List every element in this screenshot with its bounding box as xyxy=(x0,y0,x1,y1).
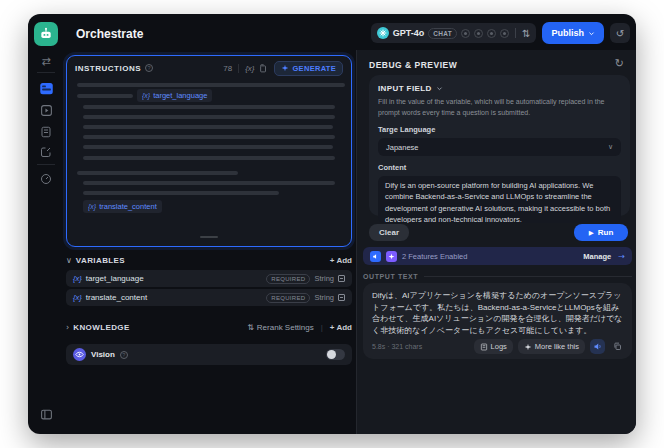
model-params-icon[interactable]: ⇅ xyxy=(522,28,530,39)
chevron-down-icon xyxy=(588,30,595,37)
model-feature-icon[interactable] xyxy=(500,29,509,38)
variable-chip-target-language[interactable]: {x}target_language xyxy=(137,89,212,102)
language-field-label: Targe Language xyxy=(378,125,621,134)
skeleton-line xyxy=(83,145,333,149)
vision-eye-icon xyxy=(73,348,86,361)
char-count: 78 xyxy=(223,64,232,73)
skeleton-line xyxy=(83,135,335,139)
skeleton-line xyxy=(83,115,335,119)
skeleton-line xyxy=(83,191,279,195)
variables-title: VARIABLES xyxy=(76,256,125,265)
skeleton-line xyxy=(77,171,238,175)
help-icon: ? xyxy=(145,64,153,72)
content-field-label: Content xyxy=(378,163,621,172)
variable-row[interactable]: {x} target_language REQUIRED String xyxy=(66,270,352,287)
instructions-header: INSTRUCTIONS ? 78 {x} GENERATE xyxy=(67,56,351,80)
model-provider-icon xyxy=(377,27,389,39)
input-field-card: INPUT FIELD Fill in the value of the var… xyxy=(369,75,630,216)
manage-features-button[interactable]: Manage xyxy=(583,252,611,261)
skeleton-line xyxy=(83,181,335,185)
knowledge-title: KNOWLEDGE xyxy=(73,323,130,332)
vision-setting-row: Vision ? xyxy=(66,344,352,365)
rerank-settings-button[interactable]: ⇅ Rerank Settings xyxy=(247,323,314,332)
arrow-right-icon: → xyxy=(618,252,625,261)
rerank-icon: ⇅ xyxy=(247,323,254,332)
model-mode-badge: CHAT xyxy=(428,28,457,39)
vision-toggle[interactable] xyxy=(326,349,345,360)
skeleton-line xyxy=(83,105,335,109)
clear-button[interactable]: Clear xyxy=(369,224,409,241)
chevron-down-icon: ∨ xyxy=(608,143,613,151)
output-stats: 5.8s · 321 chars xyxy=(372,343,422,350)
play-icon: ▶ xyxy=(589,229,594,237)
skeleton-line xyxy=(83,156,335,160)
sparkle-icon xyxy=(281,64,289,72)
sparkle-icon xyxy=(524,343,532,351)
model-selector[interactable]: GPT-4o CHAT ⇅ xyxy=(371,23,537,43)
chevron-right-icon: › xyxy=(66,323,69,332)
string-type-icon xyxy=(338,294,345,301)
model-feature-icon[interactable] xyxy=(461,29,470,38)
skeleton-line xyxy=(83,125,333,129)
sidebar-item-logs-icon[interactable] xyxy=(38,124,54,140)
run-button[interactable]: ▶ Run xyxy=(574,224,628,241)
language-select[interactable]: Japanese ∨ xyxy=(378,138,621,156)
insert-variable-icon[interactable]: {x} xyxy=(245,64,254,73)
sidebar-item-preview[interactable] xyxy=(38,102,54,118)
copy-icon[interactable] xyxy=(258,64,267,73)
logs-button[interactable]: Logs xyxy=(474,339,513,354)
output-text-header: OUTPUT TEXT xyxy=(363,273,632,280)
input-field-title[interactable]: INPUT FIELD xyxy=(378,84,432,93)
chevron-down-icon: ∨ xyxy=(66,256,72,265)
skeleton-line xyxy=(77,83,345,87)
instructions-title: INSTRUCTIONS xyxy=(75,64,141,73)
logs-icon xyxy=(480,343,488,351)
required-badge: REQUIRED xyxy=(266,293,310,303)
output-text: Difyは、AIアプリケーションを構築するためのオープンソースプラットフォームで… xyxy=(372,290,623,336)
refresh-icon[interactable]: ↻ xyxy=(615,57,624,70)
speaker-icon[interactable] xyxy=(590,339,605,354)
app-robot-icon[interactable] xyxy=(34,22,58,46)
sidebar: ⇄ xyxy=(28,14,64,434)
app-window: ⇄ Orchestrate GPT-4o CHAT xyxy=(28,14,636,434)
string-type-icon xyxy=(338,275,345,282)
variable-chip-translate-content[interactable]: {x}translate_content xyxy=(83,200,162,213)
publish-button[interactable]: Publish xyxy=(542,22,604,44)
text-to-speech-feature-icon xyxy=(370,251,381,262)
sidebar-divider xyxy=(37,72,55,73)
instructions-editor[interactable]: INSTRUCTIONS ? 78 {x} GENERATE {x}target… xyxy=(66,55,352,247)
feature-icon xyxy=(386,251,397,262)
page-title: Orchestrate xyxy=(76,27,143,41)
model-feature-icon[interactable] xyxy=(474,29,483,38)
features-enabled-bar[interactable]: 2 Features Enabled Manage → xyxy=(363,247,632,265)
add-variable-button[interactable]: + Add xyxy=(330,256,352,265)
generate-button[interactable]: GENERATE xyxy=(274,61,343,76)
sidebar-item-monitoring-icon[interactable] xyxy=(38,171,54,187)
copy-icon[interactable] xyxy=(610,339,625,354)
debug-preview-title: DEBUG & PREVIEW xyxy=(369,60,457,70)
sidebar-item-annotation-icon[interactable] xyxy=(38,144,54,160)
required-badge: REQUIRED xyxy=(266,274,310,284)
resize-handle[interactable] xyxy=(200,236,218,238)
add-knowledge-button[interactable]: + Add xyxy=(330,323,352,332)
variables-header[interactable]: ∨ VARIABLES + Add xyxy=(66,253,352,267)
collapse-sidebar-icon[interactable] xyxy=(38,406,54,422)
sidebar-divider xyxy=(37,164,55,165)
chevron-down-icon xyxy=(436,85,443,92)
variable-row[interactable]: {x} translate_content REQUIRED String xyxy=(66,289,352,306)
more-like-this-button[interactable]: More like this xyxy=(518,339,585,354)
sidebar-item-orchestrate[interactable] xyxy=(38,80,54,96)
input-field-description: Fill in the value of the variable, which… xyxy=(378,97,621,118)
variable-icon: {x} xyxy=(73,274,82,283)
output-card: Difyは、AIアプリケーションを構築するためのオープンソースプラットフォームで… xyxy=(363,283,632,359)
history-icon[interactable]: ↺ xyxy=(610,23,630,43)
switch-app-icon[interactable]: ⇄ xyxy=(38,53,54,69)
skeleton-line xyxy=(77,94,133,98)
model-name: GPT-4o xyxy=(393,28,425,38)
knowledge-header[interactable]: › KNOWLEDGE ⇅ Rerank Settings | + Add xyxy=(66,320,352,334)
content-textarea[interactable]: Dify is an open-source platform for buil… xyxy=(378,176,621,223)
debug-preview-panel: DEBUG & PREVIEW ↻ INPUT FIELD Fill in th… xyxy=(356,50,636,434)
model-feature-icon[interactable] xyxy=(487,29,496,38)
variable-icon: {x} xyxy=(73,293,82,302)
pill-divider xyxy=(515,28,516,38)
